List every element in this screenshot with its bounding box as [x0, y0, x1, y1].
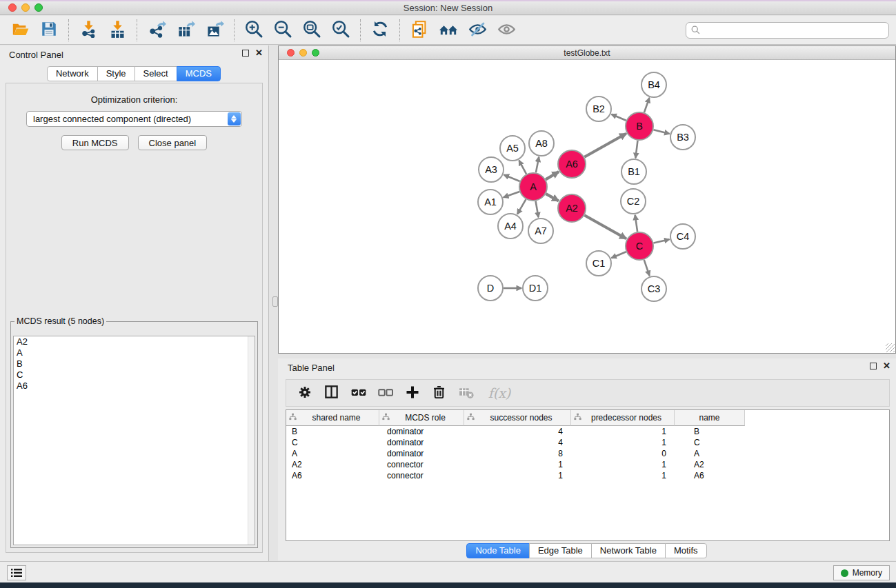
close-table-panel-icon[interactable]: ✕ — [883, 363, 890, 369]
mcds-result-item[interactable]: B — [14, 358, 255, 369]
export-table-button[interactable] — [171, 18, 200, 43]
save-session-icon — [40, 20, 58, 40]
graph-edge-B-B3[interactable] — [653, 130, 669, 134]
graph-node-D1[interactable]: D1 — [523, 276, 548, 301]
graph-node-C2[interactable]: C2 — [621, 189, 646, 214]
table-row[interactable]: Adominator80A — [286, 448, 889, 459]
graph-edge-A-A1[interactable] — [504, 192, 519, 197]
zoom-in-button[interactable] — [239, 18, 268, 43]
tab-style[interactable]: Style — [97, 66, 135, 81]
table-row[interactable]: A6connector11A6 — [286, 470, 889, 481]
network-canvas[interactable]: AA1A2A3A4A5A6A7A8BB1B2B3B4CC1C2C3C4DD1 — [279, 61, 895, 353]
add-row-button[interactable] — [401, 382, 424, 404]
table-tab-network-table[interactable]: Network Table — [591, 543, 666, 558]
table-tab-node-table[interactable]: Node Table — [466, 543, 530, 558]
graph-node-A6[interactable]: A6 — [558, 150, 586, 178]
home-button[interactable] — [434, 18, 463, 43]
column-header-successor-nodes[interactable]: successor nodes — [464, 410, 571, 426]
import-network-button[interactable] — [74, 18, 103, 43]
graph-node-A4[interactable]: A4 — [498, 214, 523, 239]
graph-edge-A-A6[interactable] — [546, 172, 559, 179]
graph-node-B4[interactable]: B4 — [641, 72, 666, 97]
graph-edge-A-A3[interactable] — [504, 175, 520, 181]
graph-node-B2[interactable]: B2 — [586, 97, 611, 121]
save-session-button[interactable] — [34, 18, 63, 43]
graph-node-C3[interactable]: C3 — [641, 276, 666, 301]
mcds-result-item[interactable]: A6 — [14, 381, 255, 392]
criterion-select[interactable]: largest connected component (directed) — [26, 111, 242, 127]
show-visibility-button[interactable] — [492, 18, 521, 43]
float-table-panel-icon[interactable] — [870, 363, 877, 369]
graph-node-B[interactable]: B — [626, 112, 653, 140]
table-tab-motifs[interactable]: Motifs — [665, 543, 707, 558]
delete-table-button[interactable] — [455, 382, 477, 404]
columns-button[interactable] — [320, 382, 343, 404]
graph-node-C[interactable]: C — [626, 232, 653, 260]
table-tab-edge-table[interactable]: Edge Table — [529, 543, 592, 558]
float-panel-icon[interactable] — [242, 50, 249, 57]
resize-grip-icon[interactable] — [886, 343, 895, 352]
graph-node-A5[interactable]: A5 — [500, 136, 525, 161]
zoom-fit-button[interactable] — [297, 18, 326, 43]
graph-edge-A-A2[interactable] — [546, 194, 558, 201]
graph-edge-C-C3[interactable] — [644, 260, 650, 276]
table-row[interactable]: Bdominator41B — [286, 426, 889, 437]
run-mcds-button[interactable]: Run MCDS — [61, 135, 129, 150]
search-input[interactable] — [686, 22, 889, 39]
graph-node-C1[interactable]: C1 — [586, 251, 611, 276]
graph-edge-B-B1[interactable] — [635, 141, 637, 158]
graph-edge-A6-B[interactable] — [584, 134, 626, 157]
graph-edge-A-A8[interactable] — [536, 157, 539, 173]
graph-node-A7[interactable]: A7 — [528, 219, 553, 243]
graph-edge-A2-C[interactable] — [584, 215, 626, 239]
graph-edge-C-C2[interactable] — [635, 215, 637, 232]
graph-node-A[interactable]: A — [519, 173, 547, 201]
memory-button[interactable]: Memory — [833, 565, 890, 580]
task-history-button[interactable] — [7, 565, 26, 580]
deselect-all-button[interactable] — [374, 382, 397, 404]
graph-node-A8[interactable]: A8 — [529, 131, 554, 156]
close-panel-button[interactable]: Close panel — [138, 135, 208, 150]
column-header-predecessor-nodes[interactable]: predecessor nodes — [571, 410, 675, 426]
graph-node-C4[interactable]: C4 — [670, 224, 695, 249]
graph-edge-B-B4[interactable] — [644, 98, 649, 112]
graph-node-B3[interactable]: B3 — [670, 125, 695, 150]
tab-select[interactable]: Select — [135, 66, 177, 81]
graph-edge-A-A7[interactable] — [536, 201, 539, 218]
delete-row-button[interactable] — [428, 382, 450, 404]
export-network-button[interactable] — [142, 18, 171, 43]
select-all-button[interactable] — [347, 382, 370, 404]
graph-node-B1[interactable]: B1 — [621, 159, 646, 184]
mcds-result-item[interactable]: A — [14, 347, 255, 358]
export-image-button[interactable] — [200, 18, 229, 43]
column-header-name[interactable]: name — [675, 410, 745, 426]
mcds-result-item[interactable]: A2 — [14, 336, 255, 347]
tab-mcds[interactable]: MCDS — [177, 66, 221, 81]
graph-node-A2[interactable]: A2 — [558, 194, 586, 222]
panel-splitter-handle[interactable] — [272, 296, 278, 307]
refresh-layout-button[interactable] — [366, 18, 395, 43]
graph-edge-A-A5[interactable] — [519, 161, 526, 174]
column-header-shared-name[interactable]: shared name — [286, 410, 379, 426]
close-panel-icon[interactable]: ✕ — [255, 50, 263, 57]
graph-edge-C-C1[interactable] — [611, 252, 626, 258]
graph-edge-B-B2[interactable] — [611, 114, 626, 121]
settings-button[interactable] — [293, 382, 316, 404]
graph-node-A3[interactable]: A3 — [479, 157, 504, 182]
table-row[interactable]: Cdominator41C — [286, 437, 889, 448]
graph-edge-C-C4[interactable] — [653, 239, 669, 243]
zoom-out-button[interactable] — [268, 18, 297, 43]
table-row[interactable]: A2connector11A2 — [286, 459, 889, 470]
mcds-result-item[interactable]: C — [14, 369, 255, 381]
hide-visibility-button[interactable] — [463, 18, 492, 43]
column-header-MCDS-role[interactable]: MCDS role — [379, 410, 464, 426]
clone-network-button[interactable] — [405, 18, 434, 43]
graph-edge-A-A4[interactable] — [517, 199, 526, 214]
open-file-button[interactable] — [6, 18, 34, 43]
tab-network[interactable]: Network — [47, 66, 98, 81]
import-table-button[interactable] — [103, 18, 132, 43]
function-builder-button[interactable]: f(x) — [481, 382, 517, 404]
graph-node-D[interactable]: D — [478, 276, 503, 301]
graph-node-A1[interactable]: A1 — [478, 190, 503, 214]
zoom-selected-button[interactable] — [326, 18, 355, 43]
